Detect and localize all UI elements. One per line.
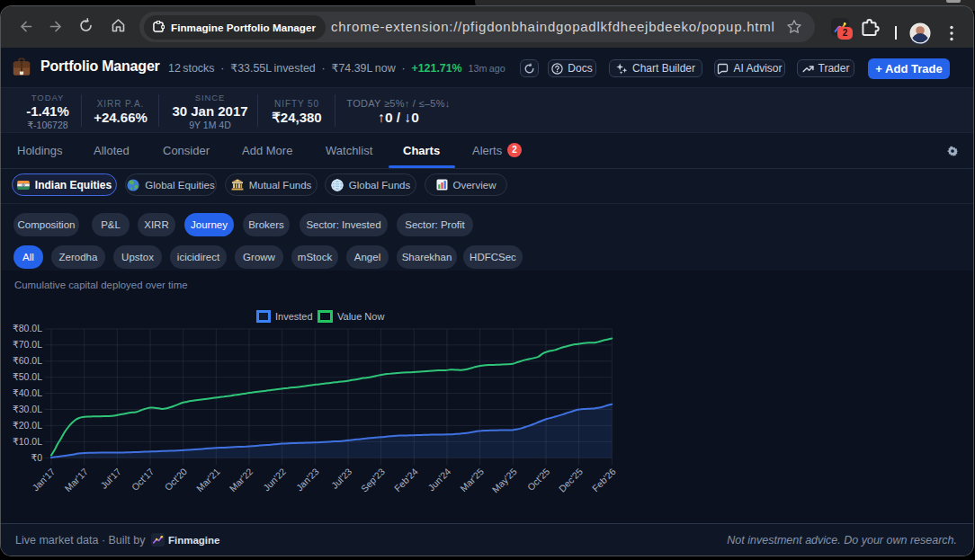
svg-text:Jun'22: Jun'22 <box>261 466 288 493</box>
svg-text:₹30.0L: ₹30.0L <box>13 404 42 414</box>
svg-text:Jul'23: Jul'23 <box>329 466 354 491</box>
svg-text:Oct'20: Oct'20 <box>162 466 189 493</box>
svg-text:Jan'17: Jan'17 <box>30 466 57 493</box>
svg-text:Feb'24: Feb'24 <box>392 466 420 493</box>
svg-text:Dec'25: Dec'25 <box>557 466 585 493</box>
svg-text:Jul'17: Jul'17 <box>98 466 123 491</box>
svg-text:Jan'23: Jan'23 <box>294 466 321 493</box>
svg-text:₹10.0L: ₹10.0L <box>13 436 42 447</box>
svg-text:Mar'22: Mar'22 <box>227 466 255 493</box>
svg-text:Oct'25: Oct'25 <box>525 466 552 493</box>
svg-text:Oct'17: Oct'17 <box>130 466 157 493</box>
svg-text:May'25: May'25 <box>490 466 519 494</box>
svg-text:₹40.0L: ₹40.0L <box>13 387 42 398</box>
svg-text:₹20.0L: ₹20.0L <box>13 420 42 431</box>
svg-text:Sep'23: Sep'23 <box>359 466 387 493</box>
svg-text:Jun'24: Jun'24 <box>425 466 452 493</box>
svg-text:₹0: ₹0 <box>31 452 42 463</box>
svg-text:₹50.0L: ₹50.0L <box>13 371 42 382</box>
svg-text:Mar'21: Mar'21 <box>194 466 222 493</box>
svg-text:₹80.0L: ₹80.0L <box>13 323 42 333</box>
svg-text:₹60.0L: ₹60.0L <box>13 355 42 366</box>
svg-text:₹70.0L: ₹70.0L <box>13 339 42 350</box>
svg-text:Feb'26: Feb'26 <box>590 466 618 493</box>
svg-text:Mar'25: Mar'25 <box>458 466 486 493</box>
svg-text:Mar'17: Mar'17 <box>62 466 90 493</box>
